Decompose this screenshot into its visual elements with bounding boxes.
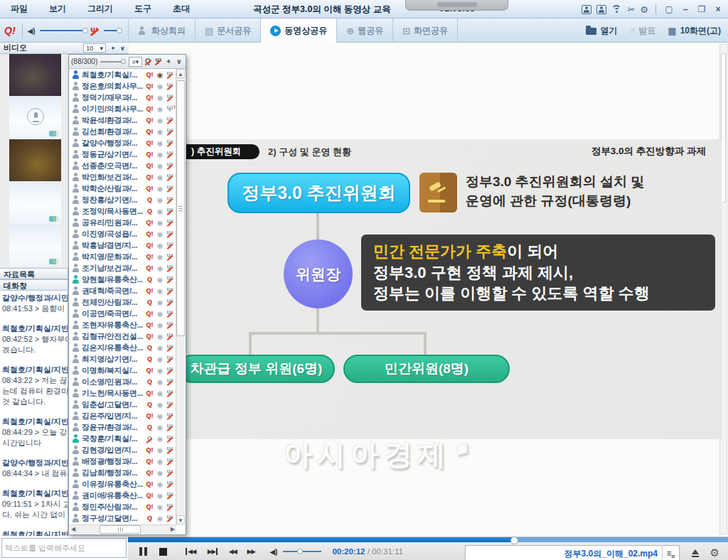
- webcam-alert-icon[interactable]: Q!: [4, 25, 16, 36]
- participant-row[interactable]: 이진영/곡성읍/... Q! ◉ Ψ: [69, 228, 176, 239]
- participant-row[interactable]: 이소영/민원과/... Q ◉ Ψ: [69, 376, 176, 387]
- pin-icon[interactable]: ✦: [164, 58, 173, 65]
- participant-row[interactable]: 김은지/유통축산... Q ◉ Ψ: [69, 342, 176, 353]
- participant-row[interactable]: 장윤규/환경과/... Q ◉ Ψ: [69, 421, 176, 433]
- all-mic-off-icon[interactable]: Ψ: [154, 58, 163, 65]
- participant-row[interactable]: 조현자/유통축산... Q! ◉ Ψ: [69, 319, 176, 330]
- video-thumbnail[interactable]: [9, 97, 61, 139]
- next-track-button[interactable]: ▶▶: [208, 548, 218, 555]
- list-view-dropdown[interactable]: ≡▾: [129, 57, 141, 67]
- participant-row[interactable]: 권대혁/죽곡면/... Q! ◉ Ψ: [69, 285, 176, 296]
- participant-row[interactable]: 정찬홍/삼기면/... Q ◉ Ψ: [69, 194, 176, 205]
- participant-row[interactable]: 박인화/보건과/... Q! ◉ Ψ: [69, 171, 176, 183]
- participant-row[interactable]: 김선회/환경과/... Q! ◉ Ψ: [69, 126, 176, 137]
- video-progress-bar[interactable]: [128, 537, 728, 542]
- participant-row[interactable]: 정민주/산림과/... Q! ◉ Ψ: [69, 501, 176, 512]
- menu-draw[interactable]: 그리기: [77, 3, 124, 15]
- menu-tools[interactable]: 도구: [124, 3, 162, 15]
- all-webcam-off-icon[interactable]: Q: [144, 58, 153, 65]
- menu-invite[interactable]: 초대: [162, 3, 200, 15]
- tab-video-share[interactable]: 동영상공유: [261, 18, 337, 43]
- scroll-up-arrow[interactable]: ▲: [176, 69, 185, 78]
- panel-handle[interactable]: [405, 0, 508, 11]
- participant-row[interactable]: 권미애/유통축산... Q! ◉ Ψ: [69, 490, 176, 501]
- tab-screen-share[interactable]: ⊡ 화면공유: [393, 18, 458, 43]
- participant-row[interactable]: 양현철/유통축산... Q ◉ Ψ: [69, 274, 176, 285]
- participant-row[interactable]: 정은호/의회사무... Q! ◉ Ψ: [69, 80, 176, 92]
- pin-icon[interactable]: ✦: [110, 45, 116, 52]
- player-volume-icon[interactable]: ◀): [269, 548, 277, 556]
- participant-row[interactable]: 최철호/기획실/... Q! ◉ Ψ: [69, 69, 176, 80]
- video-thumbnail[interactable]: [9, 182, 61, 224]
- tab-web-share[interactable]: ⊕ 웹공유: [337, 18, 393, 43]
- participant-row[interactable]: 김은주/입면/지... Q! ◉ Ψ: [69, 410, 176, 421]
- scrollbar-thumb[interactable]: [176, 80, 185, 336]
- docs-panel-header[interactable]: 자료목록: [0, 268, 68, 279]
- participant-row[interactable]: 기노헌/목사동면... Q! ◉ Ψ: [69, 387, 176, 399]
- participant-row[interactable]: 정덕기/재무과/... Q! ◉ Ψ: [69, 92, 176, 103]
- network-status-icon[interactable]: [611, 5, 622, 14]
- eject-icon[interactable]: [690, 549, 700, 558]
- participant-row[interactable]: 박홍남/겸면/지... Q! ◉ Ψ: [69, 239, 176, 251]
- chat-input[interactable]: [1, 538, 127, 558]
- mic-volume-slider[interactable]: [104, 30, 119, 31]
- close-button[interactable]: ×: [712, 4, 724, 14]
- previous-track-button[interactable]: ◀◀: [186, 548, 196, 555]
- participant-row[interactable]: 전체인/산림과/... Q ◉ Ψ: [69, 296, 176, 308]
- participant-row[interactable]: 정구성/고달면/... Q ◉ Ψ: [69, 512, 176, 524]
- fullscreen-button[interactable]: ▢: [663, 4, 675, 14]
- mic-muted-icon[interactable]: Ψ: [90, 26, 100, 36]
- tab-video-conference[interactable]: 화상회의: [128, 18, 196, 43]
- participant-row[interactable]: 김남희/행정과/... Q! ◉ Ψ: [69, 467, 176, 478]
- player-settings-icon[interactable]: ⚙: [710, 546, 719, 559]
- participant-row[interactable]: 최지영/삼기면/... Q ◉ Ψ: [69, 353, 176, 365]
- pause-button[interactable]: [139, 547, 147, 556]
- scrollbar-thumb[interactable]: [100, 525, 141, 534]
- chat-panel-header[interactable]: 대화창: [0, 279, 68, 291]
- participant-row[interactable]: 정동균/삼기면/... Q! ◉ Ψ: [69, 149, 176, 160]
- participant-row[interactable]: 국창훈/기획실/... Q ◉ Ψ: [69, 433, 176, 444]
- scroll-right-arrow[interactable]: ▶: [171, 525, 175, 534]
- present-button[interactable]: ☝ 발표: [629, 25, 655, 37]
- participant-row[interactable]: 박학순/산림과/... Q! ◉ Ψ: [69, 183, 176, 194]
- participant-row[interactable]: 이명화/복지실/... Q! ◉ Ψ: [69, 365, 176, 376]
- user-badge-icon[interactable]: [582, 5, 592, 14]
- speaker-volume-slider[interactable]: [40, 30, 85, 31]
- settings-gear-icon[interactable]: ⚙: [640, 5, 648, 14]
- video-count-dropdown[interactable]: 10 ▾: [83, 43, 106, 53]
- rewind-button[interactable]: ◀◀: [229, 548, 237, 555]
- participant-row[interactable]: 조정익/목사동면... Q ◉ Ψ: [69, 205, 176, 217]
- list-zoom-slider[interactable]: [100, 61, 124, 63]
- stop-button[interactable]: [159, 548, 167, 556]
- tab-document-share[interactable]: ▤ 문서공유: [196, 18, 261, 43]
- participant-scrollbar-horizontal[interactable]: ◀ ▶: [70, 524, 176, 534]
- menu-view[interactable]: 보기: [38, 3, 77, 15]
- minimize-button[interactable]: –: [680, 4, 691, 14]
- open-button[interactable]: 열기: [586, 25, 617, 37]
- participant-scrollbar-vertical[interactable]: ▲ ▼: [176, 69, 185, 524]
- video-thumbnail[interactable]: [9, 139, 61, 181]
- participant-row[interactable]: 이기민/의회사무... Q! ◉ Ψ: [69, 103, 176, 114]
- participant-row[interactable]: 선종춘/오곡면/... Q! ◉ Ψ: [69, 160, 176, 171]
- video-thumbnail[interactable]: [9, 225, 61, 266]
- layout-button[interactable]: ▦ 10화면(고): [668, 25, 721, 37]
- playlist-icon[interactable]: ≡: [662, 546, 679, 560]
- participant-row[interactable]: 김형규/안전건설... Q! ◉ Ψ: [69, 330, 176, 342]
- participant-row[interactable]: 박지영/문화과/... Q! ◉ Ψ: [69, 251, 176, 262]
- user-badge-icon-2[interactable]: [596, 5, 606, 14]
- player-volume-slider[interactable]: [283, 551, 321, 552]
- participant-row[interactable]: 이공연/죽곡면/... Q! ◉ Ψ: [69, 308, 176, 319]
- participant-row[interactable]: 공유리/민원과/... Q! ◉ Ψ: [69, 217, 176, 228]
- participant-row[interactable]: 임춘섭/고달면/... Q ◉ Ψ: [69, 399, 176, 410]
- collapse-chevron-icon[interactable]: ∨: [174, 58, 183, 65]
- scroll-down-arrow[interactable]: ▼: [176, 515, 185, 524]
- collapse-chevron-icon[interactable]: ∨: [120, 45, 125, 52]
- fast-forward-button[interactable]: ▶▶: [247, 548, 255, 555]
- tools-icon[interactable]: ✂: [627, 5, 635, 14]
- participant-row[interactable]: 갈양수/행정과/... Q! ◉ Ψ: [69, 137, 176, 149]
- participant-row[interactable]: 이유정/유통축산... Q! ◉ Ψ: [69, 478, 176, 490]
- restore-button[interactable]: ❐: [696, 4, 707, 14]
- participant-row[interactable]: 조기남/보건과/... Q! ◉ Ψ: [69, 262, 176, 274]
- chat-messages[interactable]: 갈양수/행정과/시민08:41:53 > 음향이 좋최철호/기획실/지빈08:4…: [0, 291, 68, 536]
- speaker-icon[interactable]: ◀): [28, 27, 36, 35]
